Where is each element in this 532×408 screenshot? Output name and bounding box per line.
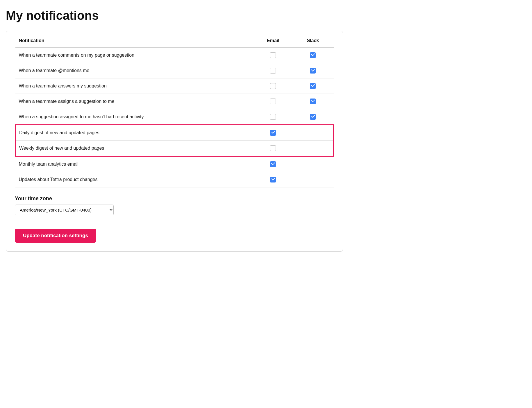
notification-label: When a suggestion assigned to me hasn't …	[15, 109, 254, 125]
email-checkbox-cell	[254, 125, 292, 141]
email-checkbox-cell	[254, 172, 292, 187]
slack-checkbox-cell	[292, 141, 333, 156]
notification-label: Daily digest of new and updated pages	[15, 125, 254, 141]
slack-checkbox-cell	[292, 94, 333, 109]
slack-checkbox-cell	[292, 172, 333, 187]
email-checkbox[interactable]	[270, 68, 276, 74]
notification-label: When a teammate comments on my page or s…	[15, 48, 254, 63]
table-row: When a teammate @mentions me	[15, 63, 334, 78]
table-row: When a teammate answers my suggestion	[15, 78, 334, 94]
email-checkbox-cell	[254, 109, 292, 125]
slack-checkbox[interactable]	[310, 68, 316, 74]
notification-label: When a teammate assigns a suggestion to …	[15, 94, 254, 109]
notifications-card: Notification Email Slack When a teammate…	[6, 31, 343, 252]
email-checkbox[interactable]	[270, 83, 276, 89]
page-title: My notifications	[6, 9, 526, 23]
email-checkbox[interactable]	[270, 177, 276, 182]
email-checkbox-cell	[254, 48, 292, 63]
notification-label: When a teammate @mentions me	[15, 63, 254, 78]
notifications-table: Notification Email Slack When a teammate…	[15, 34, 334, 187]
col-header-notification: Notification	[15, 34, 254, 48]
email-checkbox-cell	[254, 63, 292, 78]
slack-checkbox[interactable]	[310, 52, 316, 58]
email-checkbox-cell	[254, 78, 292, 94]
email-checkbox[interactable]	[270, 114, 276, 120]
table-row: When a teammate assigns a suggestion to …	[15, 94, 334, 109]
col-header-email: Email	[254, 34, 292, 48]
timezone-select[interactable]: America/New_York (UTC/GMT-0400)	[15, 205, 114, 215]
slack-checkbox-cell	[292, 125, 333, 141]
timezone-label: Your time zone	[15, 196, 334, 202]
email-checkbox[interactable]	[270, 130, 276, 136]
email-checkbox[interactable]	[270, 52, 276, 58]
notification-label: Monthly team analytics email	[15, 156, 254, 172]
table-header-row: Notification Email Slack	[15, 34, 334, 48]
table-row: When a suggestion assigned to me hasn't …	[15, 109, 334, 125]
table-row: When a teammate comments on my page or s…	[15, 48, 334, 63]
slack-checkbox[interactable]	[310, 99, 316, 104]
email-checkbox[interactable]	[270, 161, 276, 167]
notification-label: Updates about Tettra product changes	[15, 172, 254, 187]
slack-checkbox-cell	[292, 109, 333, 125]
table-row: Weekly digest of new and updated pages	[15, 141, 334, 156]
notification-label: Weekly digest of new and updated pages	[15, 141, 254, 156]
table-row: Updates about Tettra product changes	[15, 172, 334, 187]
slack-checkbox-cell	[292, 78, 333, 94]
slack-checkbox-cell	[292, 63, 333, 78]
email-checkbox[interactable]	[270, 145, 276, 151]
table-row: Daily digest of new and updated pages	[15, 125, 334, 141]
email-checkbox-cell	[254, 94, 292, 109]
slack-checkbox[interactable]	[310, 83, 316, 89]
col-header-slack: Slack	[292, 34, 333, 48]
slack-checkbox-cell	[292, 156, 333, 172]
table-row: Monthly team analytics email	[15, 156, 334, 172]
slack-checkbox[interactable]	[310, 114, 316, 120]
email-checkbox[interactable]	[270, 99, 276, 104]
email-checkbox-cell	[254, 141, 292, 156]
notification-label: When a teammate answers my suggestion	[15, 78, 254, 94]
email-checkbox-cell	[254, 156, 292, 172]
update-button[interactable]: Update notification settings	[15, 229, 96, 243]
slack-checkbox-cell	[292, 48, 333, 63]
